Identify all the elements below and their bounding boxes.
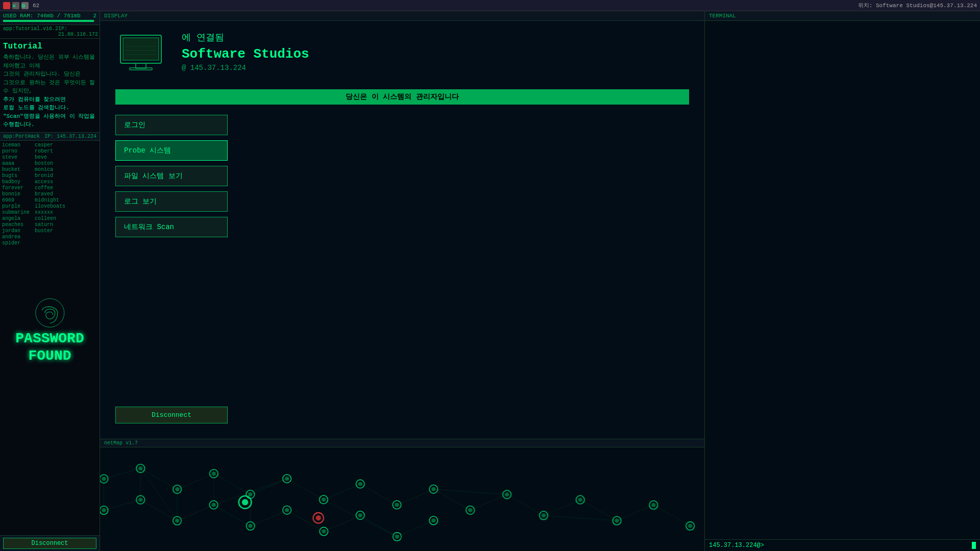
svg-line-28 — [251, 510, 287, 526]
terminal-input[interactable] — [766, 542, 972, 549]
system-name-title: Software Studios — [182, 46, 689, 62]
pwd-col-2: casperrobertbevebostonmonicabronidaccess… — [35, 142, 65, 246]
svg-line-9 — [140, 468, 177, 489]
topbar-icons: ✕ ⚙ — [3, 2, 29, 9]
svg-line-12 — [251, 479, 287, 495]
password-item: iceman — [2, 142, 33, 148]
gear-icon[interactable]: ⚙ — [21, 2, 29, 9]
fingerprint-icon — [34, 298, 65, 329]
netmap-header: netMap v1.7 — [100, 439, 704, 447]
svg-line-8 — [104, 468, 140, 479]
password-item: angela — [2, 216, 33, 221]
password-item: aaaa — [2, 161, 33, 166]
ram-info: USED RAM: 746mb / 761mb 2 — [0, 11, 100, 25]
svg-point-78 — [688, 524, 692, 528]
password-item: saturn — [35, 222, 65, 228]
svg-line-17 — [434, 489, 471, 510]
portback-app: app:PortHack — [3, 134, 40, 139]
password-item: submarine — [2, 210, 33, 215]
password-found-text: PASSWORD FOUND — [15, 331, 84, 365]
action-buttons: 로그인Probe 시스템파일 시스템 보기로그 보기네트워크 Scan — [100, 105, 704, 247]
topbar-location: 위치: Software Studios@145.37.13.224 — [858, 2, 977, 9]
password-item: casper — [35, 142, 65, 148]
password-item: monica — [35, 167, 65, 172]
action-button[interactable]: 로그 보기 — [115, 191, 228, 212]
password-list-area: icemanpornosteveaaaabucketbugtsbadboyfor… — [0, 141, 100, 536]
left-panel: USED RAM: 746mb / 761mb 2 app:Tutorial.v… — [0, 11, 100, 551]
computer-icon — [115, 31, 166, 79]
password-item: spider — [2, 240, 33, 246]
display-header: DISPLAY — [100, 11, 704, 21]
netmap-area: netMap v1.7 — [100, 439, 704, 551]
svg-point-46 — [138, 466, 142, 470]
password-item: badboy — [2, 179, 33, 185]
svg-point-60 — [358, 482, 362, 486]
svg-line-14 — [324, 484, 360, 500]
password-item: jordan — [2, 228, 33, 234]
password-item: coffee — [35, 185, 65, 191]
pwd-col-1: icemanpornosteveaaaabucketbugtsbadboyfor… — [2, 142, 33, 246]
close-icon[interactable] — [3, 2, 10, 9]
svg-line-22 — [617, 505, 654, 521]
action-button[interactable]: 네트워크 Scan — [115, 217, 228, 237]
password-item: buster — [35, 228, 65, 234]
settings-icon[interactable]: ✕ — [12, 2, 19, 9]
terminal-prompt: 145.37.13.224@> — [709, 542, 764, 549]
svg-line-16 — [397, 489, 434, 505]
svg-point-86 — [212, 503, 216, 507]
password-item: bonnie — [2, 191, 33, 197]
password-item: braved — [35, 191, 65, 197]
password-found-overlay: PASSWORD FOUND — [15, 298, 84, 365]
svg-line-32 — [397, 521, 434, 537]
disconnect-center: Disconnect — [115, 407, 228, 423]
ram-bar — [3, 20, 94, 22]
password-item: steve — [2, 155, 33, 160]
svg-rect-4 — [130, 68, 152, 70]
ip-label: IP: 21.80.116.172 — [58, 26, 98, 37]
connected-to-label: 에 연결됨 — [182, 31, 689, 43]
terminal-input-area[interactable]: 145.37.13.224@> — [705, 539, 980, 551]
svg-line-18 — [470, 494, 507, 510]
app-info-top: app:Tutorial.v16.2 IP: 21.80.116.172 — [0, 25, 100, 39]
tutorial-text: 축하합니다. 당신은 외부 시스템을제어했고 이제그것의 관리자입니다. 당신은… — [3, 53, 96, 129]
password-item: bugts — [2, 173, 33, 179]
portback-header: app:PortHack IP: 145.37.13.224 — [0, 133, 100, 141]
svg-line-38 — [140, 468, 177, 521]
disconnect-center-button[interactable]: Disconnect — [115, 407, 228, 423]
topbar-left: ✕ ⚙ 62 — [3, 2, 39, 9]
password-item: bucket — [2, 167, 33, 172]
svg-line-20 — [544, 500, 580, 516]
svg-point-52 — [242, 499, 248, 506]
svg-point-0 — [35, 299, 64, 328]
svg-point-64 — [431, 487, 435, 491]
svg-point-90 — [285, 508, 289, 512]
svg-point-62 — [395, 503, 399, 507]
portback-ip: IP: 145.37.13.224 — [44, 134, 96, 139]
ram-bar-container — [3, 20, 96, 22]
svg-point-98 — [431, 518, 435, 522]
password-columns: icemanpornosteveaaaabucketbugtsbadboyfor… — [0, 141, 100, 247]
svg-line-11 — [214, 473, 251, 494]
svg-line-26 — [177, 505, 214, 521]
action-button[interactable]: 로그인 — [115, 115, 228, 135]
action-button[interactable]: 파일 시스템 보기 — [115, 166, 228, 186]
password-item: colleen — [35, 216, 65, 221]
svg-point-94 — [358, 513, 362, 517]
password-item: robert — [35, 148, 65, 154]
svg-point-58 — [322, 497, 326, 502]
password-item: beve — [35, 155, 65, 160]
tutorial-title: Tutorial — [3, 42, 96, 51]
svg-line-13 — [287, 479, 324, 500]
system-ip: @ 145.37.13.224 — [182, 64, 689, 72]
svg-line-30 — [324, 515, 360, 531]
svg-line-15 — [360, 484, 397, 505]
password-item: 6969 — [2, 197, 33, 203]
system-name-block: 에 연결됨 Software Studios @ 145.37.13.224 — [182, 31, 689, 72]
disconnect-button[interactable]: Disconnect — [3, 538, 96, 549]
action-button[interactable]: Probe 시스템 — [115, 140, 228, 161]
svg-point-48 — [175, 487, 179, 491]
svg-point-76 — [651, 503, 655, 507]
svg-line-42 — [544, 515, 617, 520]
svg-point-96 — [395, 534, 399, 538]
svg-line-41 — [434, 489, 507, 494]
